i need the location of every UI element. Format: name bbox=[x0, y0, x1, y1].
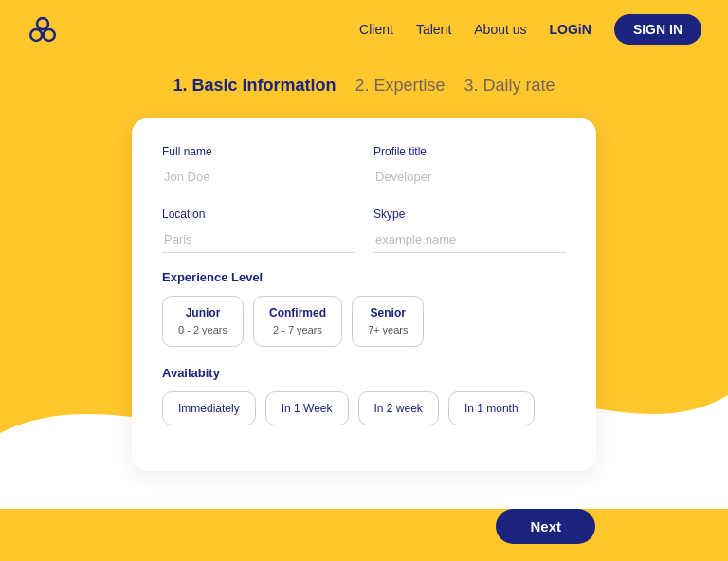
availability-option-btn[interactable]: In 1 month bbox=[448, 391, 535, 425]
experience-option-btn[interactable]: Senior7+ years bbox=[352, 296, 425, 347]
next-button[interactable]: Next bbox=[496, 509, 595, 544]
next-row: Next bbox=[0, 509, 728, 561]
experience-option-btn[interactable]: Confirmed2 - 7 years bbox=[253, 296, 342, 347]
availability-option-btn[interactable]: In 2 week bbox=[358, 391, 439, 425]
fullname-input[interactable] bbox=[162, 164, 355, 190]
availability-option-btn[interactable]: In 1 Week bbox=[265, 391, 349, 425]
experience-option-btn[interactable]: Junior0 - 2 years bbox=[162, 296, 244, 347]
step2-label: 2. Expertise bbox=[355, 76, 445, 95]
main-area: Full name Profile title Location Skype E… bbox=[0, 118, 728, 509]
step1-label: 1. Basic information bbox=[173, 76, 336, 95]
skype-label: Skype bbox=[373, 208, 566, 221]
nav-links: Client Talent About us LOGiN SIGN IN bbox=[359, 14, 701, 45]
availability-title: Availabity bbox=[162, 366, 566, 380]
logo[interactable] bbox=[27, 13, 59, 45]
location-label: Location bbox=[162, 208, 355, 221]
availability-options: ImmediatelyIn 1 WeekIn 2 weekIn 1 month bbox=[162, 391, 566, 425]
profile-title-label: Profile title bbox=[373, 145, 566, 158]
availability-option-btn[interactable]: Immediately bbox=[162, 391, 256, 425]
profile-title-input[interactable] bbox=[373, 164, 566, 190]
experience-section: Experience Level Junior0 - 2 yearsConfir… bbox=[162, 270, 566, 347]
profile-title-group: Profile title bbox=[373, 145, 566, 190]
location-input[interactable] bbox=[162, 226, 355, 253]
login-link[interactable]: LOGiN bbox=[550, 22, 592, 37]
row-location: Location Skype bbox=[162, 208, 566, 253]
svg-point-0 bbox=[37, 18, 48, 29]
location-group: Location bbox=[162, 208, 355, 253]
form-card: Full name Profile title Location Skype E… bbox=[132, 118, 596, 471]
logo-icon bbox=[27, 13, 59, 45]
signin-button[interactable]: SIGN IN bbox=[614, 14, 701, 45]
svg-point-1 bbox=[30, 29, 42, 41]
availability-section: Availabity ImmediatelyIn 1 WeekIn 2 week… bbox=[162, 366, 566, 425]
skype-input[interactable] bbox=[373, 226, 566, 253]
navbar: Client Talent About us LOGiN SIGN IN bbox=[0, 0, 728, 59]
step3-label: 3. Daily rate bbox=[464, 76, 555, 95]
experience-options: Junior0 - 2 yearsConfirmed2 - 7 yearsSen… bbox=[162, 296, 566, 347]
nav-about-link[interactable]: About us bbox=[474, 22, 526, 37]
steps-bar: 1. Basic information 2. Expertise 3. Dai… bbox=[0, 59, 728, 118]
nav-client-link[interactable]: Client bbox=[359, 22, 393, 37]
fullname-label: Full name bbox=[162, 145, 355, 158]
nav-talent-link[interactable]: Talent bbox=[416, 22, 451, 37]
fullname-group: Full name bbox=[162, 145, 355, 190]
svg-point-2 bbox=[44, 29, 55, 41]
experience-title: Experience Level bbox=[162, 270, 566, 284]
skype-group: Skype bbox=[373, 208, 566, 253]
row-names: Full name Profile title bbox=[162, 145, 566, 190]
